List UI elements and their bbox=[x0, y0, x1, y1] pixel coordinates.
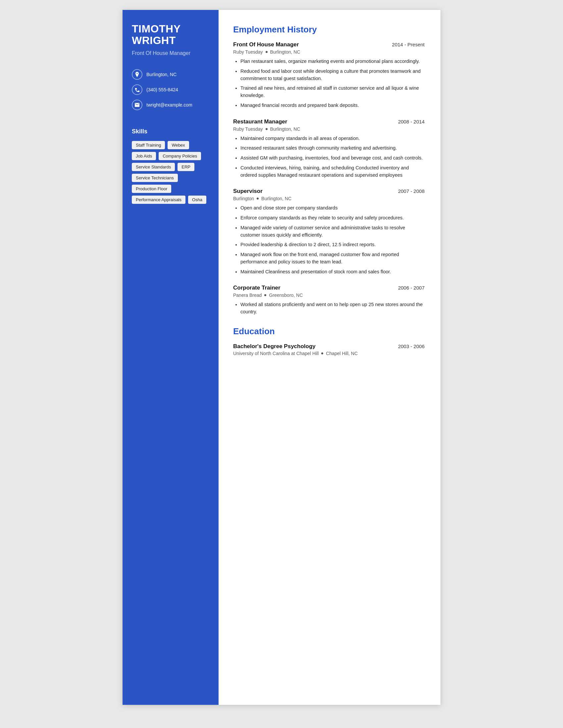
job-meta: Panera BreadGreensboro, NC bbox=[233, 293, 425, 298]
candidate-name: TIMOTHY WRIGHT bbox=[132, 23, 209, 46]
job-block: Front Of House Manager2014 - PresentRuby… bbox=[233, 41, 425, 109]
list-item: Enforce company standards as they relate… bbox=[240, 214, 425, 222]
job-dates: 2008 - 2014 bbox=[398, 119, 425, 124]
job-dates: 2014 - Present bbox=[392, 42, 425, 47]
skill-tag: Osha bbox=[188, 196, 206, 204]
education-section-title: Education bbox=[233, 326, 425, 337]
edu-block: Bachelor's Degree Psychology2003 - 2006U… bbox=[233, 343, 425, 356]
job-header: Front Of House Manager2014 - Present bbox=[233, 41, 425, 48]
job-bullets: Open and close store per company standar… bbox=[233, 205, 425, 275]
job-meta: Ruby TuesdayBurlington, NC bbox=[233, 126, 425, 132]
job-block: Restaurant Manager2008 - 2014Ruby Tuesda… bbox=[233, 118, 425, 179]
list-item: Provided leadership & direction to 2 dir… bbox=[240, 241, 425, 249]
meta-separator bbox=[321, 352, 323, 354]
edu-meta: University of North Carolina at Chapel H… bbox=[233, 351, 425, 356]
skill-tag: Webex bbox=[167, 141, 189, 149]
job-title: Front Of House Manager bbox=[233, 41, 299, 48]
email-icon bbox=[132, 100, 142, 110]
resume-container: TIMOTHY WRIGHT Front Of House Manager Bu… bbox=[122, 10, 441, 705]
job-title: Corporate Trainer bbox=[233, 285, 280, 291]
job-dates: 2007 - 2008 bbox=[398, 188, 425, 194]
contact-phone: (340) 555-8424 bbox=[132, 84, 209, 95]
list-item: Maintained Cleanliness and presentation … bbox=[240, 268, 425, 276]
employment-section-title: Employment History bbox=[233, 24, 425, 35]
job-meta: Ruby TuesdayBurlington, NC bbox=[233, 49, 425, 55]
sidebar: TIMOTHY WRIGHT Front Of House Manager Bu… bbox=[122, 10, 218, 705]
job-bullets: Worked all stations proficiently and wen… bbox=[233, 301, 425, 316]
email-text: twright@example.com bbox=[146, 102, 192, 108]
edu-school: University of North Carolina at Chapel H… bbox=[233, 351, 319, 356]
job-company: Ruby Tuesday bbox=[233, 126, 263, 132]
skill-tag: Company Policies bbox=[159, 152, 201, 160]
edu-title: Bachelor's Degree Psychology bbox=[233, 343, 316, 350]
list-item: Plan restaurant sales, organize marketin… bbox=[240, 58, 425, 65]
job-header: Corporate Trainer2006 - 2007 bbox=[233, 285, 425, 291]
education-container: Bachelor's Degree Psychology2003 - 2006U… bbox=[233, 343, 425, 356]
location-icon bbox=[132, 69, 142, 80]
job-block: Supervisor2007 - 2008BurlingtonBurlingto… bbox=[233, 188, 425, 275]
location-text: Burlington, NC bbox=[146, 72, 176, 77]
candidate-title: Front Of House Manager bbox=[132, 50, 209, 57]
job-header: Restaurant Manager2008 - 2014 bbox=[233, 118, 425, 125]
contact-section: Burlington, NC (340) 555-8424 twright@ex… bbox=[132, 69, 209, 115]
edu-location: Chapel Hill, NC bbox=[326, 351, 358, 356]
list-item: Increased restaurant sales through commu… bbox=[240, 145, 425, 152]
meta-separator bbox=[265, 128, 267, 130]
meta-separator bbox=[265, 51, 267, 53]
list-item: Open and close store per company standar… bbox=[240, 205, 425, 212]
meta-separator bbox=[257, 198, 258, 200]
job-bullets: Maintained company standards in all area… bbox=[233, 135, 425, 179]
job-block: Corporate Trainer2006 - 2007Panera Bread… bbox=[233, 285, 425, 316]
skill-tag: Production Floor bbox=[132, 185, 171, 193]
list-item: Trained all new hires, and retrained all… bbox=[240, 85, 425, 99]
contact-location: Burlington, NC bbox=[132, 69, 209, 80]
skills-label: Skills bbox=[132, 128, 209, 135]
list-item: Worked all stations proficiently and wen… bbox=[240, 301, 425, 316]
job-title: Supervisor bbox=[233, 188, 262, 195]
jobs-container: Front Of House Manager2014 - PresentRuby… bbox=[233, 41, 425, 316]
job-location: Greensboro, NC bbox=[269, 293, 303, 298]
list-item: Managed financial records and prepared b… bbox=[240, 102, 425, 109]
skill-tag: Service Standards bbox=[132, 163, 175, 171]
main-content: Employment History Front Of House Manage… bbox=[218, 10, 441, 705]
list-item: Managed wide variety of customer service… bbox=[240, 224, 425, 239]
list-item: Conducted interviews, hiring, training, … bbox=[240, 164, 425, 179]
job-header: Supervisor2007 - 2008 bbox=[233, 188, 425, 195]
job-title: Restaurant Manager bbox=[233, 118, 287, 125]
job-location: Burlington, NC bbox=[270, 49, 301, 55]
contact-email: twright@example.com bbox=[132, 100, 209, 110]
skill-tag: Service Technicians bbox=[132, 174, 178, 182]
phone-text: (340) 555-8424 bbox=[146, 87, 178, 92]
list-item: Reduced food and labor cost while develo… bbox=[240, 68, 425, 82]
skills-section: Skills Staff TrainingWebexJob AidsCompan… bbox=[132, 128, 209, 204]
job-company: Ruby Tuesday bbox=[233, 49, 263, 55]
list-item: Managed work flow on the front end, mana… bbox=[240, 251, 425, 266]
phone-icon bbox=[132, 84, 142, 95]
job-location: Burlington, NC bbox=[270, 126, 301, 132]
job-location: Burlington, NC bbox=[261, 196, 292, 201]
skill-tag: Performance Appraisals bbox=[132, 196, 185, 204]
skill-tag: ERP bbox=[177, 163, 194, 171]
job-company: Burlington bbox=[233, 196, 254, 201]
job-company: Panera Bread bbox=[233, 293, 261, 298]
job-dates: 2006 - 2007 bbox=[398, 285, 425, 291]
skill-tag: Staff Training bbox=[132, 141, 165, 149]
list-item: Assisted GM with purchasing, inventories… bbox=[240, 155, 425, 162]
job-bullets: Plan restaurant sales, organize marketin… bbox=[233, 58, 425, 109]
list-item: Maintained company standards in all area… bbox=[240, 135, 425, 142]
edu-dates: 2003 - 2006 bbox=[398, 343, 425, 349]
skills-tags: Staff TrainingWebexJob AidsCompany Polic… bbox=[132, 141, 209, 204]
edu-header: Bachelor's Degree Psychology2003 - 2006 bbox=[233, 343, 425, 350]
skill-tag: Job Aids bbox=[132, 152, 156, 160]
job-meta: BurlingtonBurlington, NC bbox=[233, 196, 425, 201]
meta-separator bbox=[264, 294, 266, 296]
